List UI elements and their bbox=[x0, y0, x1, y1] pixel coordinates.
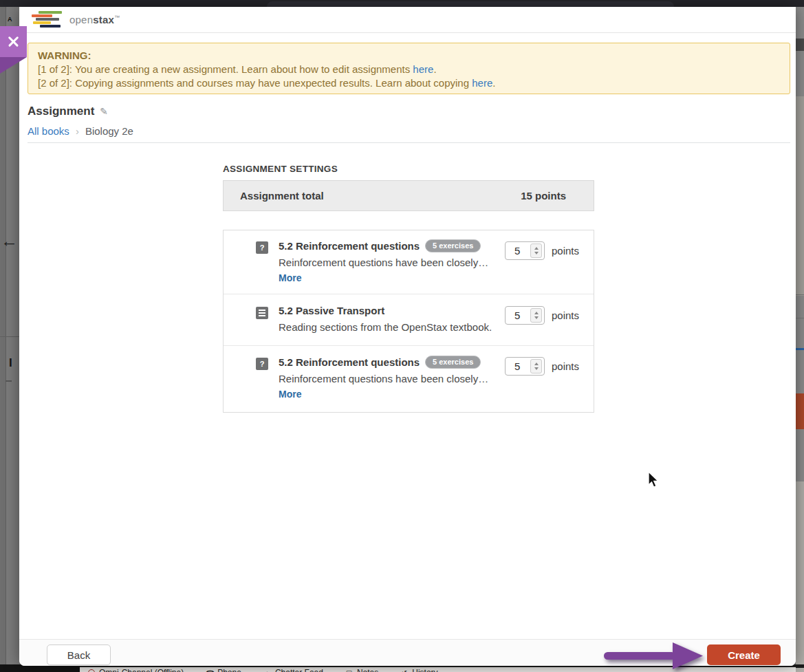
points-label: points bbox=[552, 245, 579, 257]
utility-history[interactable]: ↺ History bbox=[400, 668, 437, 672]
assignment-total-points: 15 points bbox=[521, 190, 566, 202]
background-text-fragment: A bbox=[8, 16, 12, 23]
browser-tab[interactable] bbox=[267, 1, 674, 7]
assignment-total-label: Assignment total bbox=[240, 190, 324, 202]
warning-title: WARNING: bbox=[38, 49, 780, 63]
document-lines-glyph bbox=[259, 310, 265, 316]
question-mark-icon: ? bbox=[256, 241, 268, 254]
points-control: points bbox=[505, 241, 579, 260]
points-stepper[interactable] bbox=[530, 243, 542, 258]
background-text-fragment: I bbox=[9, 356, 12, 370]
more-link[interactable]: More bbox=[279, 389, 492, 400]
item-description: Reinforcement questions have been closel… bbox=[279, 373, 492, 384]
mouse-cursor bbox=[647, 471, 659, 488]
background-back-arrow-icon: ← bbox=[1, 231, 18, 251]
chevron-down-icon[interactable] bbox=[534, 252, 539, 254]
edit-assignments-link[interactable]: here bbox=[413, 63, 433, 75]
list-item: ? 5.2 Reinforcement questions5 exercises… bbox=[224, 345, 594, 412]
utility-phone[interactable]: ☎ Phone bbox=[206, 668, 241, 672]
chevron-up-icon[interactable] bbox=[534, 312, 539, 314]
points-stepper[interactable] bbox=[530, 308, 542, 323]
points-control: points bbox=[505, 306, 579, 325]
item-main: 5.2 Passive Transport Reading sections f… bbox=[279, 305, 492, 333]
warning-line: [2 of 2]: Copying assignments and course… bbox=[38, 76, 780, 90]
utility-label: History bbox=[412, 668, 437, 672]
browser-top-bar bbox=[0, 0, 804, 7]
item-description: Reinforcement questions have been closel… bbox=[279, 257, 492, 268]
background-divider bbox=[0, 336, 19, 337]
phone-icon: ☎ bbox=[206, 669, 213, 672]
more-link[interactable]: More bbox=[279, 272, 492, 283]
item-main: 5.2 Reinforcement questions5 exercises R… bbox=[279, 239, 492, 283]
points-input-wrapper bbox=[505, 241, 545, 260]
notes-icon: ▤ bbox=[345, 669, 353, 672]
warning-banner: WARNING: [1 of 2]: You are creating a ne… bbox=[28, 43, 790, 94]
assignment-items-list: ? 5.2 Reinforcement questions5 exercises… bbox=[223, 230, 594, 413]
chatter-feed-icon: ▲ bbox=[263, 669, 271, 672]
utility-omni-channel[interactable]: Omni-Channel (Offline) bbox=[88, 668, 184, 672]
screen: A ← I Omni-Channel (Offline) ☎ Phone ▲ C… bbox=[0, 0, 804, 672]
chevron-up-icon[interactable] bbox=[534, 362, 539, 365]
question-mark-icon: ? bbox=[256, 358, 268, 370]
points-input-wrapper bbox=[505, 306, 545, 325]
openstax-logo-icon bbox=[30, 11, 63, 28]
points-label: points bbox=[552, 360, 579, 372]
dimmed-background-left: A ← I bbox=[0, 7, 19, 666]
points-stepper[interactable] bbox=[530, 359, 542, 373]
points-label: points bbox=[552, 310, 579, 321]
annotation-arrow-icon bbox=[601, 640, 706, 671]
background-page-sliver bbox=[796, 96, 804, 296]
exercises-count-badge: 5 exercises bbox=[425, 356, 481, 369]
divider bbox=[28, 142, 790, 143]
points-input-wrapper bbox=[505, 357, 545, 376]
page-title: Assignment✎ bbox=[28, 105, 108, 118]
item-title: 5.2 Passive Transport bbox=[279, 305, 384, 316]
exercises-count-badge: 5 exercises bbox=[425, 239, 481, 252]
reading-document-icon bbox=[256, 307, 268, 319]
warning-text: . bbox=[433, 63, 436, 75]
copying-link[interactable]: here bbox=[472, 77, 492, 89]
warning-line: [1 of 2]: You are creating a new assignm… bbox=[38, 63, 780, 76]
background-accent-blue bbox=[796, 348, 804, 350]
list-item: ? 5.2 Reinforcement questions5 exercises… bbox=[224, 230, 594, 294]
utility-label: Notes bbox=[357, 668, 378, 672]
points-control: points bbox=[505, 357, 579, 376]
dialog-header: openstax™ bbox=[19, 7, 796, 33]
warning-text: [2 of 2]: Copying assignments and course… bbox=[38, 77, 472, 89]
points-input[interactable] bbox=[506, 358, 529, 375]
utility-notes[interactable]: ▤ Notes bbox=[345, 668, 378, 672]
utility-chatter-feed[interactable]: ▲ Chatter Feed bbox=[263, 668, 323, 672]
warning-text: [1 of 2]: You are creating a new assignm… bbox=[38, 63, 413, 75]
utility-label: Chatter Feed bbox=[275, 668, 323, 672]
scrollbar-thumb[interactable] bbox=[796, 39, 804, 51]
item-description: Reading sections from the OpenStax textb… bbox=[279, 321, 492, 333]
breadcrumb-current: Biology 2e bbox=[85, 125, 133, 137]
background-divider bbox=[796, 318, 804, 318]
page-title-text: Assignment bbox=[28, 105, 94, 118]
item-title: 5.2 Reinforcement questions bbox=[279, 356, 420, 368]
breadcrumb-all-books-link[interactable]: All books bbox=[28, 125, 69, 137]
edit-title-pencil-icon[interactable]: ✎ bbox=[100, 106, 108, 117]
chevron-up-icon[interactable] bbox=[534, 247, 539, 250]
assignment-settings-heading: ASSIGNMENT SETTINGS bbox=[223, 164, 338, 174]
background-page-sliver bbox=[796, 481, 804, 672]
background-divider bbox=[796, 294, 804, 295]
chevron-down-icon[interactable] bbox=[534, 316, 539, 319]
warning-text: . bbox=[492, 77, 495, 89]
assignment-total-bar: Assignment total 15 points bbox=[223, 180, 594, 211]
utility-label: Omni-Channel (Offline) bbox=[99, 668, 184, 672]
points-input[interactable] bbox=[506, 307, 529, 324]
chevron-right-icon: › bbox=[76, 125, 79, 137]
back-button[interactable]: Back bbox=[47, 644, 111, 665]
points-input[interactable] bbox=[506, 242, 529, 259]
chevron-down-icon[interactable] bbox=[534, 367, 539, 370]
create-button[interactable]: Create bbox=[707, 644, 781, 665]
breadcrumb: All books›Biology 2e bbox=[28, 125, 133, 137]
utility-label: Phone bbox=[217, 668, 241, 672]
list-item: 5.2 Passive Transport Reading sections f… bbox=[224, 294, 594, 345]
item-main: 5.2 Reinforcement questions5 exercises R… bbox=[279, 356, 492, 400]
omni-channel-status-icon bbox=[88, 669, 95, 672]
history-icon: ↺ bbox=[400, 669, 408, 672]
annotation-close-button[interactable] bbox=[0, 26, 27, 57]
background-text-fragment bbox=[6, 380, 12, 382]
